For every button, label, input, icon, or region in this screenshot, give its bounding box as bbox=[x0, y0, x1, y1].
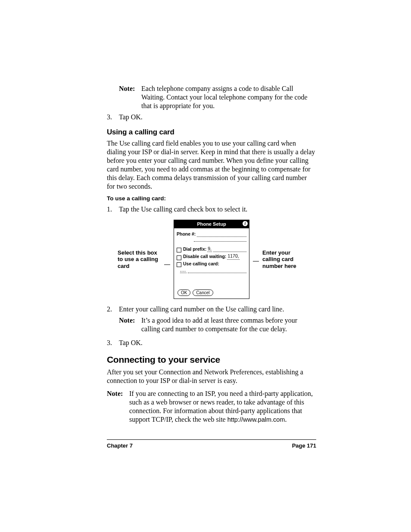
disable-cw-label: Disable call waiting: bbox=[183, 254, 226, 259]
section-heading: Connecting to your service bbox=[107, 354, 316, 365]
dial-prefix-row: Dial prefix: 9, bbox=[177, 246, 246, 252]
disable-cw-checkbox[interactable] bbox=[177, 255, 181, 260]
callout-connector bbox=[253, 261, 259, 261]
step-number: 2. bbox=[107, 305, 119, 336]
note-block: Note: It’s a good idea to add at least t… bbox=[119, 316, 316, 333]
step-text: Tap the Use calling card check box to se… bbox=[119, 205, 316, 214]
dialog-title: Phone Setup bbox=[197, 221, 226, 227]
ok-button[interactable]: OK bbox=[177, 289, 190, 296]
callout-left: Select this box to use a calling card bbox=[118, 249, 161, 270]
phone-number-row: Phone #: bbox=[177, 231, 246, 237]
step-text: Tap OK. bbox=[119, 113, 316, 121]
note-text: If you are connecting to an ISP, you nee… bbox=[129, 389, 316, 424]
cancel-button[interactable]: Cancel bbox=[193, 289, 213, 296]
note-label: Note: bbox=[119, 316, 141, 333]
step-text: Enter your calling card number on the Us… bbox=[119, 305, 284, 313]
step-number: 1. bbox=[107, 205, 119, 214]
disable-cw-value[interactable]: 1170, bbox=[227, 253, 239, 259]
page-footer: Chapter 7 Page 171 bbox=[107, 439, 316, 449]
figure: Select this box to use a calling card Ph… bbox=[107, 220, 316, 299]
step-number: 3. bbox=[107, 113, 119, 121]
phone-label: Phone #: bbox=[177, 231, 196, 237]
paragraph: After you set your Connection and Networ… bbox=[107, 368, 316, 385]
use-cc-label: Use calling card: bbox=[183, 261, 219, 267]
document-page: Note: Each telephone company assigns a c… bbox=[0, 0, 411, 475]
note-tail: . bbox=[285, 416, 286, 423]
cc-number-row: ,,,, bbox=[180, 268, 246, 273]
step-number: 3. bbox=[107, 339, 119, 347]
info-icon[interactable]: i bbox=[243, 221, 248, 226]
note-text: Each telephone company assigns a code to… bbox=[141, 84, 316, 110]
use-cc-row: Use calling card: bbox=[177, 261, 246, 267]
callout-right: Enter your calling card number here bbox=[262, 249, 305, 270]
list-step: 3. Tap OK. bbox=[107, 113, 316, 121]
dial-prefix-checkbox[interactable] bbox=[177, 248, 181, 252]
dial-prefix-value[interactable]: 9, bbox=[207, 246, 212, 252]
note-label: Note: bbox=[119, 84, 141, 110]
section-heading: Using a calling card bbox=[107, 128, 316, 137]
disable-cw-row: Disable call waiting: 1170, bbox=[177, 253, 246, 259]
cc-number-input[interactable] bbox=[188, 269, 246, 273]
note-block: Note: If you are connecting to an ISP, y… bbox=[107, 389, 316, 424]
use-cc-checkbox[interactable] bbox=[177, 262, 181, 267]
phone-input[interactable] bbox=[197, 233, 246, 237]
procedure-heading: To use a calling card: bbox=[107, 195, 316, 202]
callout-connector bbox=[164, 264, 170, 265]
footer-chapter: Chapter 7 bbox=[107, 442, 133, 449]
url-text: http://www.palm.com bbox=[227, 416, 285, 423]
note-text: It’s a good idea to add at least three c… bbox=[141, 316, 316, 333]
dialog-titlebar: Phone Setup i bbox=[174, 220, 249, 228]
dial-prefix-label: Dial prefix: bbox=[183, 246, 206, 252]
list-step: 2. Enter your calling card number on the… bbox=[107, 305, 316, 336]
footer-page: Page 171 bbox=[292, 442, 316, 449]
note-block: Note: Each telephone company assigns a c… bbox=[119, 84, 316, 110]
list-step: 1. Tap the Use calling card check box to… bbox=[107, 205, 316, 214]
list-step: 3. Tap OK. bbox=[107, 339, 316, 347]
paragraph: The Use calling card field enables you t… bbox=[107, 139, 316, 191]
step-text: Tap OK. bbox=[119, 339, 316, 347]
phone-setup-dialog: Phone Setup i Phone #: Dial prefix: 9, bbox=[174, 220, 249, 299]
note-label: Note: bbox=[107, 389, 129, 424]
phone-input-line2[interactable] bbox=[194, 238, 246, 242]
cc-commas: ,,,, bbox=[180, 268, 187, 273]
